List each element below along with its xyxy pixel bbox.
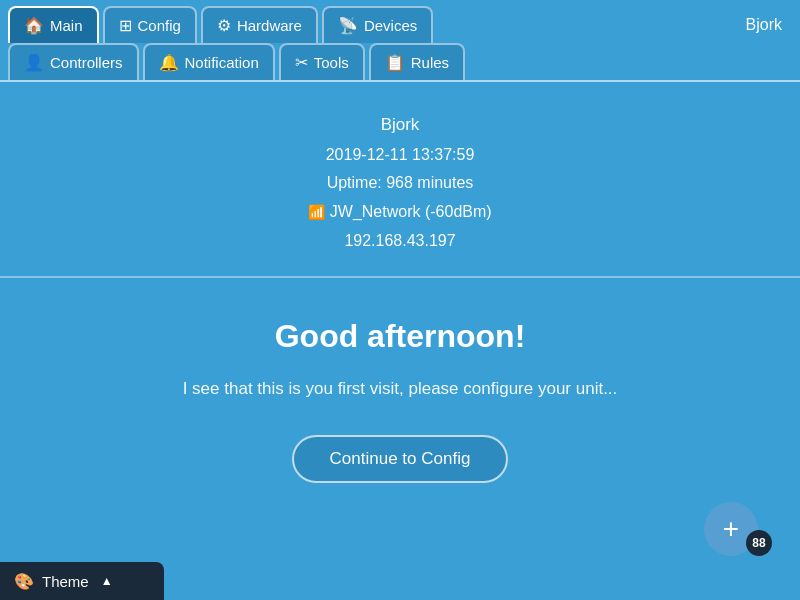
theme-bar[interactable]: 🎨 Theme ▲ [0,562,164,600]
devices-icon: 📡 [338,16,358,35]
palette-icon: 🎨 [14,572,34,591]
controllers-icon: 👤 [24,53,44,72]
tab-notification-label: Notification [185,54,259,71]
main-content: Good afternoon! I see that this is you f… [0,278,800,503]
chevron-up-icon: ▲ [101,574,113,588]
datetime-display: 2019-12-11 13:37:59 [20,141,780,170]
continue-config-button[interactable]: Continue to Config [292,435,509,483]
tab-main-label: Main [50,17,83,34]
tab-devices-label: Devices [364,17,417,34]
sub-text: I see that this is you first visit, plea… [20,379,780,399]
tools-icon: ✂ [295,53,308,72]
tab-notification[interactable]: 🔔 Notification [143,43,275,80]
gear-icon: ⚙ [217,16,231,35]
tab-hardware-label: Hardware [237,17,302,34]
tab-tools-label: Tools [314,54,349,71]
tab-rules-label: Rules [411,54,449,71]
bell-icon: 🔔 [159,53,179,72]
greeting-text: Good afternoon! [20,318,780,355]
tab-config[interactable]: ⊞ Config [103,6,197,43]
tab-tools[interactable]: ✂ Tools [279,43,365,80]
tab-controllers-label: Controllers [50,54,123,71]
tab-main[interactable]: 🏠 Main [8,6,99,43]
tab-hardware[interactable]: ⚙ Hardware [201,6,318,43]
tab-devices[interactable]: 📡 Devices [322,6,433,43]
network-display: 📶 JW_Network (-60dBm) [20,198,780,227]
tab-controllers[interactable]: 👤 Controllers [8,43,139,80]
nav-top-row: 🏠 Main ⊞ Config ⚙ Hardware 📡 Devices Bjo… [0,0,800,43]
plus-icon: + [723,513,739,545]
network-name: JW_Network (-60dBm) [330,203,492,220]
home-icon: 🏠 [24,16,44,35]
rules-icon: 📋 [385,53,405,72]
signal-icon: 📶 [308,204,325,220]
tab-rules[interactable]: 📋 Rules [369,43,465,80]
uptime-display: Uptime: 968 minutes [20,169,780,198]
device-name: Bjork [20,110,780,141]
username-display: Bjork [736,8,792,42]
grid-icon: ⊞ [119,16,132,35]
nav-bottom-row: 👤 Controllers 🔔 Notification ✂ Tools 📋 R… [0,43,800,82]
fab-badge: 88 [746,530,772,556]
tab-config-label: Config [138,17,181,34]
ip-display: 192.168.43.197 [20,227,780,256]
theme-label: Theme [42,573,89,590]
device-info-section: Bjork 2019-12-11 13:37:59 Uptime: 968 mi… [0,82,800,278]
